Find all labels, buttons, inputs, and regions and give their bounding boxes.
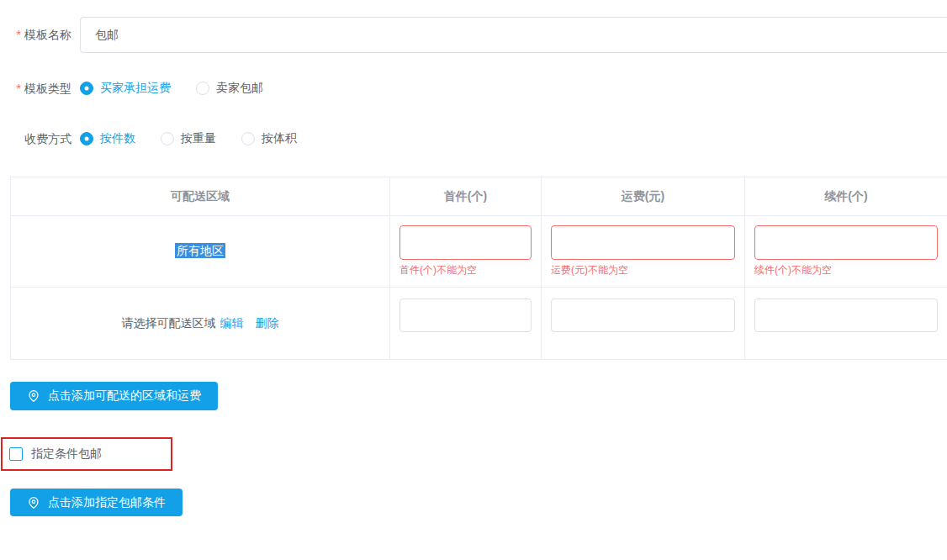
region-cell: 所有地区 xyxy=(11,216,390,288)
radio-option-label: 按件数 xyxy=(100,131,135,146)
required-asterisk: * xyxy=(17,28,21,41)
add-region-button-label: 点击添加可配送的区域和运费 xyxy=(48,388,201,404)
region-cell: 请选择可配送区域编辑删除 xyxy=(11,288,390,360)
radio-selected-icon[interactable] xyxy=(80,132,93,145)
additional-item-input[interactable] xyxy=(754,298,938,332)
radio-option-by-count[interactable]: 按件数 xyxy=(80,131,135,146)
fee-method-radio-group: 按件数 按重量 按体积 xyxy=(80,131,322,146)
radio-option-seller-free[interactable]: 卖家包邮 xyxy=(196,81,263,96)
template-name-row: *模板名称 xyxy=(0,17,947,53)
template-type-label: *模板类型 xyxy=(0,80,71,97)
radio-option-by-weight[interactable]: 按重量 xyxy=(161,131,216,146)
required-asterisk: * xyxy=(17,82,21,95)
fee-method-row: 收费方式 按件数 按重量 按体积 xyxy=(0,130,947,147)
radio-option-buyer-pays[interactable]: 买家承担运费 xyxy=(80,81,171,96)
additional-item-cell: 续件(个)不能为空 xyxy=(745,216,947,288)
template-type-row: *模板类型 买家承担运费 卖家包邮 xyxy=(0,80,947,97)
first-item-input[interactable] xyxy=(399,225,532,260)
red-highlight-box: 指定条件包邮 xyxy=(1,437,172,471)
template-name-label-text: 模板名称 xyxy=(24,28,71,41)
fee-method-label: 收费方式 xyxy=(0,130,71,147)
add-condition-button[interactable]: 点击添加指定包邮条件 xyxy=(10,489,183,516)
radio-option-label: 买家承担运费 xyxy=(100,81,171,96)
first-item-cell: 首件(个)不能为空 xyxy=(390,216,542,288)
radio-unselected-icon[interactable] xyxy=(241,132,255,145)
additional-item-input[interactable] xyxy=(754,225,938,260)
template-name-input[interactable] xyxy=(80,17,947,53)
add-condition-button-label: 点击添加指定包邮条件 xyxy=(48,495,166,510)
radio-option-label: 按体积 xyxy=(262,131,297,146)
header-shipping-fee: 运费(元) xyxy=(542,177,745,216)
shipping-template-form: *模板名称 *模板类型 买家承担运费 卖家包邮 收费方式 按件数 按重 xyxy=(0,0,947,560)
radio-selected-icon[interactable] xyxy=(80,82,93,95)
radio-unselected-icon[interactable] xyxy=(161,132,174,145)
location-pin-icon xyxy=(27,496,40,510)
template-type-radio-group: 买家承担运费 卖家包邮 xyxy=(80,81,288,96)
shipping-fee-input[interactable] xyxy=(551,225,735,260)
additional-item-error: 续件(个)不能为空 xyxy=(754,263,938,277)
fee-method-label-text: 收费方式 xyxy=(24,132,71,145)
radio-option-by-volume[interactable]: 按体积 xyxy=(241,131,297,146)
select-region-text: 请选择可配送区域 xyxy=(122,316,216,330)
delete-link[interactable]: 删除 xyxy=(256,316,279,330)
free-shipping-checkbox-label: 指定条件包邮 xyxy=(31,446,102,462)
header-additional-item: 续件(个) xyxy=(745,177,947,216)
table-row-select-region: 请选择可配送区域编辑删除 xyxy=(11,288,947,360)
first-item-cell xyxy=(390,288,542,360)
header-delivery-area: 可配送区域 xyxy=(11,177,390,216)
shipping-fee-cell: 运费(元)不能为空 xyxy=(542,216,745,288)
first-item-input[interactable] xyxy=(399,298,532,332)
all-regions-link[interactable]: 所有地区 xyxy=(175,243,225,258)
shipping-fee-cell xyxy=(542,288,745,360)
header-first-item: 首件(个) xyxy=(390,177,542,216)
table-header-row: 可配送区域 首件(个) 运费(元) 续件(个) xyxy=(11,177,947,216)
template-type-label-text: 模板类型 xyxy=(24,82,71,95)
shipping-fee-error: 运费(元)不能为空 xyxy=(551,263,735,277)
radio-unselected-icon[interactable] xyxy=(196,82,209,95)
location-pin-icon xyxy=(27,389,40,403)
table-row-all-regions: 所有地区 首件(个)不能为空 运费(元)不能为空 续件(个)不能为空 xyxy=(11,216,947,288)
additional-item-cell xyxy=(745,288,947,360)
radio-option-label: 卖家包邮 xyxy=(216,81,263,96)
first-item-error: 首件(个)不能为空 xyxy=(399,263,532,277)
free-shipping-checkbox[interactable] xyxy=(9,447,23,461)
edit-link[interactable]: 编辑 xyxy=(220,316,244,330)
shipping-fee-input[interactable] xyxy=(551,298,735,332)
shipping-fee-table: 可配送区域 首件(个) 运费(元) 续件(个) 所有地区 首件(个)不能为空 运… xyxy=(10,177,947,360)
template-name-label: *模板名称 xyxy=(0,17,71,53)
radio-option-label: 按重量 xyxy=(181,131,216,146)
add-region-button[interactable]: 点击添加可配送的区域和运费 xyxy=(10,382,218,410)
